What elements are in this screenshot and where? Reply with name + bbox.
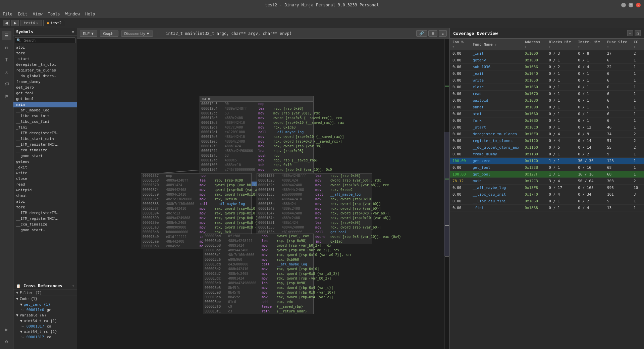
asm-line-b13cd[interactable]: 000013cde426000000call__afl_maybe_log [203,262,313,267]
coverage-row-_start[interactable]: 0.00 _start 0x10C0 0 / 1 0 / 12 46 1 [450,124,644,131]
symbol-item-cxa2[interactable]: __cxa_finalize [13,221,77,227]
asm-line-b13c6[interactable]: 000013c6e80b960movrcx, 0xb960 [203,257,313,262]
asm-line-12cc[interactable]: 000012cc53movmov [rsp {var_98}], rdx [200,111,313,116]
toolbar-split-btn[interactable]: ⊞ [428,30,437,37]
asm-line-l13a3[interactable]: 000013a34888909808movrcx, qword [rsp+0x8… [141,225,251,230]
symbol-item-libc-start-main[interactable]: __libc_start_main [13,136,77,142]
symbol-item-atoi2[interactable]: atoi [13,199,77,204]
symbol-item-getenv[interactable]: getenv [13,159,77,164]
asm-line-l1367[interactable]: 00001367nopnop [141,173,251,178]
symbol-item-gmon2[interactable]: __gmon_start… [13,227,77,233]
coverage-row-frame_dummy[interactable]: 0.00 frame_dummy 0x11B0 0 / 1 0 / 2 9 1 [450,151,644,158]
asm-line-r1328[interactable]: 0000132848891424movqword [rsp {var_b0}],… [257,178,372,183]
coverage-row-_init[interactable]: 0.00 _init 0x1000 0 / 3 0 / 8 27 2 [450,50,644,57]
asm-line-l1379[interactable]: 0000137948894c2410movrax, qword [rsp+0x1… [141,192,251,197]
sidebar-icon-console[interactable]: ▶ [2,325,11,334]
coverage-row-get_bool[interactable]: 100.00 get_bool 0x127F 1 / 1 16 / 16 68 … [450,171,644,178]
coverage-row-_fini[interactable]: 0.00 _fini 0x1868 0 / 1 0 / 4 13 1 [450,205,644,211]
xref-uint64-ra-header[interactable]: ▼ uint64_t ra {1} [16,318,74,324]
coverage-row-__libc_csu_fini[interactable]: 0.00 __libc_csu_fini 0x1860 0 / 1 0 / 2 … [450,198,644,205]
coverage-row-write[interactable]: 0.00 write 0x1050 0 / 1 0 / 1 6 1 [450,77,644,84]
symbol-item-cxa-finalize[interactable]: __cxa_finalize [13,147,77,153]
coverage-row-__libc_csu_init[interactable]: 0.00 __libc_csu_init 0x17F0 0 / 4 0 / 34… [450,191,644,198]
asm-line-b13d2[interactable]: 000013d2488b442410movrax, qword [rsp+0x1… [203,267,313,271]
asm-line-r1333[interactable]: 00001333e8b0000000call__afl_maybe_log [257,192,372,197]
coverage-row-getenv[interactable]: 0.00 getenv 0x1030 0 / 1 0 / 1 6 1 [450,57,644,64]
asm-line-12e1[interactable]: 000012e1e412091000call__afl_maybe_log [200,130,313,135]
asm-line-1304[interactable]: 00001304c745f8000000000movdword [rbp-0x8… [200,167,313,172]
sidebar-icon-nav[interactable]: ⊡ [2,43,11,52]
asm-line-12eb[interactable]: 000012eb488b4c2408movrcx, qword [rsp+0x8… [200,139,313,144]
asm-line-b13f0[interactable]: 000013f0c9leave{__saved_rbp} [203,304,313,309]
coverage-row-register_tm_clones[interactable]: 0.00 register_tm_clones 0x1120 0 / 4 0 /… [450,138,644,144]
asm-line-12c3[interactable]: 000012c390nop [200,102,313,106]
elf-button[interactable]: ELF ▼ [80,31,97,37]
asm-line-b13b0[interactable]: 000013b04889a4248ffflearsp, [rsp-0x98] [203,239,313,243]
col-cc[interactable]: CC ↕ [631,39,644,50]
asm-line-r1320[interactable]: 000013204889a4248ffflearsp, [rsp-0x98] [257,173,372,178]
asm-line-r1338[interactable]: 00001338488b442410movrax, qword [rsp+0x1… [257,197,372,202]
symbol-item-gmon-start[interactable]: __gmon_start__ [13,153,77,159]
col-instr-hit[interactable]: Instr. Hit ↕ [575,39,604,50]
symbol-item-itm-register[interactable]: __ITM_registerTMCl… [13,142,77,147]
symbol-item-itm-reg2[interactable]: __ITM_registerTMCl… [13,216,77,221]
coverage-row-fork[interactable]: 0.00 fork 0x10B0 0 / 1 0 / 1 6 1 [450,117,644,124]
asm-line-l1394[interactable]: 0000139448c7c13movrax, qword [rsp+0x10 {… [141,211,251,216]
search-input[interactable] [22,38,66,43]
symbol-item-get-bool[interactable]: get_bool [13,96,77,102]
asm-line-b13f1[interactable]: 000013f1c3retn{__return_addr} [203,309,313,314]
sidebar-icon-vars[interactable]: x [2,67,11,77]
coverage-row-_exit[interactable]: 0.00 _exit 0x1040 0 / 1 0 / 1 6 1 [450,70,644,77]
coverage-row-get_fool[interactable]: 0.00 get_fool 0x123B 0 / 1 0 / 16 68 1 [450,164,644,171]
symbol-item-itm-deregister[interactable]: __ITM_deregisterTM… [13,130,77,136]
asm-line-r1347[interactable]: 00001347488b442408movrcx, qword [rsp+0x8… [257,211,372,216]
symbol-item-fork2[interactable]: fork [13,204,77,210]
asm-line-12da[interactable]: 000012da48c7c3400movrcx, 0x1da0 [200,125,313,130]
coverage-row-atoi[interactable]: 0.00 atoi 0x10A0 0 / 1 0 / 1 6 1 [450,111,644,117]
symbol-item-main[interactable]: main [13,102,77,107]
xref-item-000011c0[interactable]: ↪ 000011c0 ge [16,307,74,312]
coverage-row-close[interactable]: 0.00 close 0x1060 0 / 1 0 / 1 6 1 [450,84,644,91]
coverage-row-waitpid[interactable]: 0.00 waitpid 0x1080 0 / 1 0 / 1 6 1 [450,97,644,104]
asm-line-1300[interactable]: 000013004883ec10subrsp, 0x10 [200,163,313,167]
sidebar-icon-bookmarks[interactable]: ⚑ [2,91,11,101]
asm-line-12f0[interactable]: 000012f0488b1424movrdx, qword [rsp {var_… [200,144,313,149]
asm-line-12fd[interactable]: 000012fd4889e5movrbp, rsp {__saved_rbp} [200,158,313,163]
symbol-item-do-global[interactable]: __do_global_dtors… [13,73,77,79]
asm-line-r134c[interactable]: 0000134c4889c2408movrax, qword [rsp+0x10… [257,216,372,220]
close-button[interactable]: ✕ [636,3,641,7]
symbol-item-waitpid[interactable]: waitpid [13,187,77,193]
toolbar-menu-btn[interactable]: ≡ [439,30,447,37]
asm-line-b13ad[interactable]: 000013ad0f1f08nopdword [rax], eax [203,234,313,239]
asm-line-b13eb[interactable]: 000013eb8b45fcmoveax, dword [rbp-0x4 {va… [203,295,313,300]
sidebar-icon-tags[interactable]: 🏷 [2,79,11,89]
window-controls[interactable]: — □ ✕ [621,3,641,7]
symbol-item-write[interactable]: write [13,170,77,176]
asm-line-12d0[interactable]: 000012d04889c2408movqword [rsp+0x8 {__sa… [200,116,313,120]
asm-line-l1385[interactable]: 00001385488b7c130b0000call__afl_maybe_lo… [141,202,251,206]
asm-line-l1374[interactable]: 000013744889442408movqword [rsp+0x8 {var… [141,188,251,192]
graph-button[interactable]: Graph - [100,31,118,37]
asm-line-l139e[interactable]: 0000139e488b4c2408movrax, qword [rsp+0x8… [141,220,251,225]
graph-view[interactable]: main: 000012c390nop 000012c44889a4248ffl… [77,39,449,349]
symbol-item-register[interactable]: register_tm_clones [13,67,77,73]
xref-uint64-rc-header[interactable]: ▼ uint64_t rc {1} [16,329,74,335]
asm-line-r133d[interactable]: 0000133d4880424movrdx, qword [rsp {var_b… [257,202,372,206]
coverage-row-get_zero[interactable]: 100.00 get_zero 0x11C0 1 / 1 36 / 36 123… [450,158,644,164]
col-address[interactable]: Address ↕ [522,39,546,50]
tab-test2[interactable]: test2 [43,20,65,26]
asm-line-b13e8[interactable]: 000013e88b45f8moveax, dword [rbp-0x8 {va… [203,290,313,295]
symbol-item-deregister[interactable]: deregister_tm_clo… [13,62,77,67]
asm-line-l1399[interactable]: 000013994889a4249808movrcx, qword [rsp+0… [141,216,251,220]
sidebar-icon-types[interactable]: T [2,55,11,64]
menu-file[interactable]: File [3,12,12,16]
asm-line-r1356[interactable]: 0000135648844240000movrdx, qword [rsp {v… [257,225,372,230]
symbol-item-itm-dereg2[interactable]: __ITM_deregisterTM… [13,210,77,216]
asm-line-b13dc[interactable]: 000013dc48881424movrdx, qword [rsp {var_… [203,276,313,281]
minimize-button[interactable]: — [621,3,626,7]
sidebar-icon-symbols[interactable]: ☰ [2,31,11,40]
coverage-maximize-btn[interactable]: □ [635,30,641,36]
asm-line-b13e0[interactable]: 000013e04889a424980800learsp, [rsp+0x98] [203,281,313,286]
menu-window[interactable]: Window [65,12,80,16]
disasm-button[interactable]: Disassembly ▼ [121,31,153,37]
